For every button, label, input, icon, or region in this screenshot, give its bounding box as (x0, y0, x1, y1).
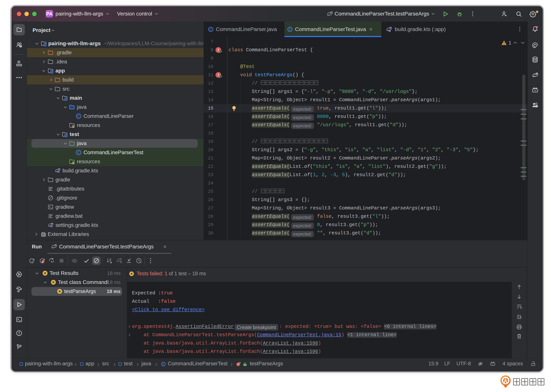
svg-text:C: C (289, 28, 291, 31)
svg-text:C: C (78, 114, 80, 118)
svg-text:C: C (210, 28, 212, 31)
svg-text:C: C (163, 363, 165, 366)
svg-text:C: C (78, 151, 80, 154)
svg-text:?: ? (20, 44, 21, 48)
